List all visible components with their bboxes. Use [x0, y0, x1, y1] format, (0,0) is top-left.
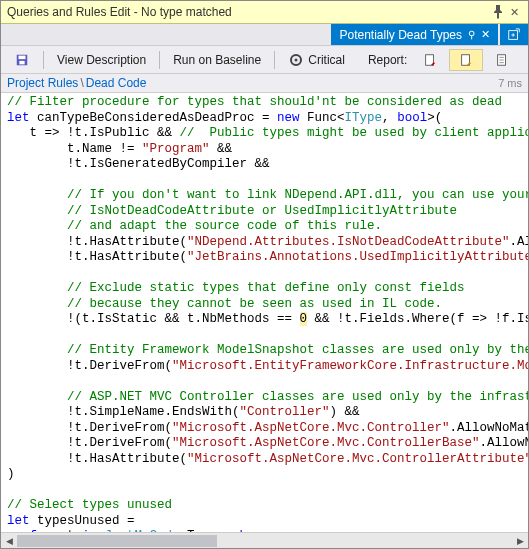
- add-tab-button[interactable]: [500, 24, 528, 45]
- horizontal-scrollbar[interactable]: ◀ ▶: [1, 532, 528, 548]
- separator: [43, 51, 44, 69]
- separator: [159, 51, 160, 69]
- gear-icon: [288, 52, 304, 68]
- report-option-2[interactable]: [449, 49, 483, 71]
- title-bar: Queries and Rules Edit - No type matched…: [1, 1, 528, 24]
- title-text: Queries and Rules Edit - No type matched: [7, 5, 490, 19]
- svg-point-5: [295, 58, 298, 61]
- close-tab-icon[interactable]: ✕: [481, 28, 490, 41]
- breadcrumb-separator: \: [80, 76, 83, 90]
- page-list-icon: [494, 52, 510, 68]
- breadcrumb: Project Rules \ Dead Code 7 ms: [1, 74, 528, 93]
- scroll-left-button[interactable]: ◀: [1, 533, 17, 549]
- breadcrumb-dead-code[interactable]: Dead Code: [86, 76, 147, 90]
- svg-rect-3: [19, 60, 24, 64]
- save-button[interactable]: [5, 49, 39, 71]
- pin-tab-icon[interactable]: ⚲: [468, 29, 475, 40]
- code-content[interactable]: // Filter procedure for types that shoul…: [1, 93, 528, 532]
- scroll-thumb[interactable]: [17, 535, 217, 547]
- report-option-3[interactable]: [485, 49, 519, 71]
- report-option-1[interactable]: [413, 49, 447, 71]
- run-on-baseline-button[interactable]: Run on Baseline: [164, 50, 270, 70]
- page-check-icon: [458, 52, 474, 68]
- svg-rect-2: [19, 55, 26, 59]
- separator: [274, 51, 275, 69]
- critical-button[interactable]: Critical: [279, 49, 354, 71]
- tab-strip: Potentially Dead Types ⚲ ✕: [1, 24, 528, 46]
- close-icon[interactable]: ✕: [506, 4, 522, 20]
- tab-label: Potentially Dead Types: [339, 28, 462, 42]
- tab-potentially-dead-types[interactable]: Potentially Dead Types ⚲ ✕: [331, 24, 498, 45]
- report-label: Report:: [364, 53, 411, 67]
- scroll-right-button[interactable]: ▶: [512, 533, 528, 549]
- scroll-track[interactable]: [17, 533, 512, 549]
- pin-icon[interactable]: [490, 4, 506, 20]
- timing-label: 7 ms: [498, 77, 522, 89]
- breadcrumb-project-rules[interactable]: Project Rules: [7, 76, 78, 90]
- toolbar: View Description Run on Baseline Critica…: [1, 46, 528, 74]
- floppy-icon: [14, 52, 30, 68]
- page-icon: [422, 52, 438, 68]
- view-description-button[interactable]: View Description: [48, 50, 155, 70]
- code-editor[interactable]: // Filter procedure for types that shoul…: [1, 93, 528, 532]
